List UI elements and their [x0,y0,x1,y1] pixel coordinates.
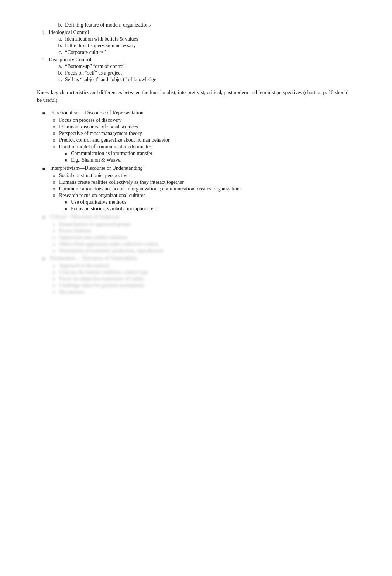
item-text: Conduit model of communication dominates [59,144,151,150]
alpha-text: “Bottom-up” form of control [65,63,125,69]
o-label: o [50,131,59,137]
o-label: o [50,235,59,241]
list-item: o Humans create realities collectively a… [50,179,354,185]
interpretivism-header: ■ Interpretivism—Discourse of Understand… [37,165,354,172]
list-item: ■ Communication as information transfer [61,151,354,156]
list-item: b. Focus on “self” as a project [55,70,354,76]
list-item: o Approach to deconstruct [50,263,354,269]
alpha-text: Self as “subject” and “object” of knowle… [65,77,156,83]
item-text: Humans create realities collectively as … [59,179,184,185]
critical-section-blurred: ■ Critical — Discourse of Suspicion o Em… [37,214,354,254]
o-label: o [50,144,59,150]
sub-bullet-icon: ■ [61,206,71,211]
section-4: 4. Ideological Control a. Identification… [37,30,354,55]
functionalism-subitems: o Focus on process of discovery o Domina… [50,117,354,163]
o-label: o [50,241,59,247]
list-item: o Focus on subjective experience of real… [50,276,354,282]
bullet-square-icon: ■ [37,165,50,172]
o-label: o [50,263,59,269]
item-text: Communication as information transfer [71,151,152,156]
item-text: Domination of economic production, repro… [59,248,164,254]
alpha-label: c. [55,49,65,55]
functionalism-header: ■ Functionalism—Discourse of Representat… [37,110,354,116]
item-text: Deconstruct [59,289,84,295]
functionalism-section: ■ Functionalism—Discourse of Representat… [37,110,354,163]
alpha-text: Identification with beliefs & values [65,36,138,42]
o-label: o [50,124,59,130]
o-label: o [50,179,59,185]
item-text: Social constructionist perspective [59,173,128,179]
section-5: 5. Disciplinary Control a. “Bottom-up” f… [37,57,354,83]
bullet-square-icon: ■ [37,255,50,262]
item-text: Focus on stories, symbols, metaphors, et… [71,206,158,212]
blurred-label: Postmodern — Discourse of Vulnerability [50,255,137,261]
list-item: c. Self as “subject” and “object” of kno… [55,77,354,83]
list-item: o Social constructionist perspective [50,173,354,179]
item-text: Emancipation of oppressed groups [59,221,131,227]
bullet-square-icon: ■ [37,110,50,116]
alpha-text-b: Defining feature of modern organizations [65,22,151,28]
o-label: o [50,137,59,143]
item-text: Communication does not occur in organiza… [59,186,241,192]
o-label: o [50,186,59,192]
o-label: o [50,276,59,282]
o-label: o [50,228,59,234]
section-5-label: Disciplinary Control [49,57,92,63]
interpretivism-subitems: o Social constructionist perspective o H… [50,173,354,212]
list-item: o Oppression and conflict relations [50,235,354,241]
document-content: b. Defining feature of modern organizati… [37,22,354,295]
section-4-subitems: a. Identification with beliefs & values … [55,36,354,55]
interpretivism-label: Interpretivism—Discourse of Understandin… [50,165,142,171]
o-label: o [50,173,59,179]
list-item: o Emancipation of oppressed groups [50,221,354,227]
alpha-label: b. [55,70,65,76]
list-item: o Conduit model of communication dominat… [50,144,354,150]
alpha-label: a. [55,63,65,69]
interpretivism-section: ■ Interpretivism—Discourse of Understand… [37,165,354,212]
alpha-text: “Corporate culture” [65,49,106,55]
num-label-5: 5. [37,57,49,63]
o-label: o [50,221,59,227]
blurred-header: ■ Postmodern — Discourse of Vulnerabilit… [37,255,354,262]
item-text: Focus on subjective experience of realit… [59,276,144,282]
o-label: o [50,248,59,254]
alpha-text: Focus on “self” as a project [65,70,122,76]
list-item: ■ E.g., Shannon & Weaver [61,157,354,163]
functionalism-label: Functionalism—Discourse of Representatio… [50,110,144,116]
item-text: Dominant discourse of social sciences [59,124,138,130]
blurred-header: ■ Critical — Discourse of Suspicion [37,214,354,220]
section-5-subitems: a. “Bottom-up” form of control b. Focus … [55,63,354,83]
list-item: o Predict, control and generalize about … [50,137,354,143]
intro-paragraph: Know key characteristics and differences… [37,89,354,104]
list-item: o Communication does not occur in organi… [50,186,354,192]
conduit-subitems: ■ Communication as information transfer … [61,151,354,163]
list-item: o Focus on process of discovery [50,117,354,123]
alpha-text: Little direct supervision necessary [65,43,136,49]
item-text: Approach to deconstruct [59,263,110,269]
item-b-defining: b. Defining feature of modern organizati… [55,22,354,28]
list-item: o Others from oppression under collectiv… [50,241,354,247]
o-label: o [50,289,59,295]
item-text: Others from oppression under collective … [59,241,158,247]
o-label: o [50,269,59,275]
postmodern-section-blurred: ■ Postmodern — Discourse of Vulnerabilit… [37,255,354,295]
alpha-label-b: b. [55,22,65,28]
list-item: o Deconstruct [50,289,354,295]
item-text: Focus on process of discovery [59,117,122,123]
item-text: Criticize the human condition; control t… [59,269,148,275]
list-item: o Challenge taken-for-granted assumption… [50,283,354,289]
item-text: E.g., Shannon & Weaver [71,157,122,163]
item-text: Perspective of most management theory [59,131,142,137]
alpha-label: a. [55,36,65,42]
o-label: o [50,283,59,289]
blurred-label: Critical — Discourse of Suspicion [50,214,120,220]
num-label-4: 4. [37,30,49,35]
item-text: Predict, control and generalize about hu… [59,137,170,143]
alpha-label: b. [55,43,65,49]
list-item: ■ Focus on stories, symbols, metaphors, … [61,206,354,212]
alpha-label: c. [55,77,65,83]
list-item: a. “Bottom-up” form of control [55,63,354,69]
list-item: o Dominant discourse of social sciences [50,124,354,130]
list-item: o Domination of economic production, rep… [50,248,354,254]
sub-bullet-icon: ■ [61,157,71,162]
